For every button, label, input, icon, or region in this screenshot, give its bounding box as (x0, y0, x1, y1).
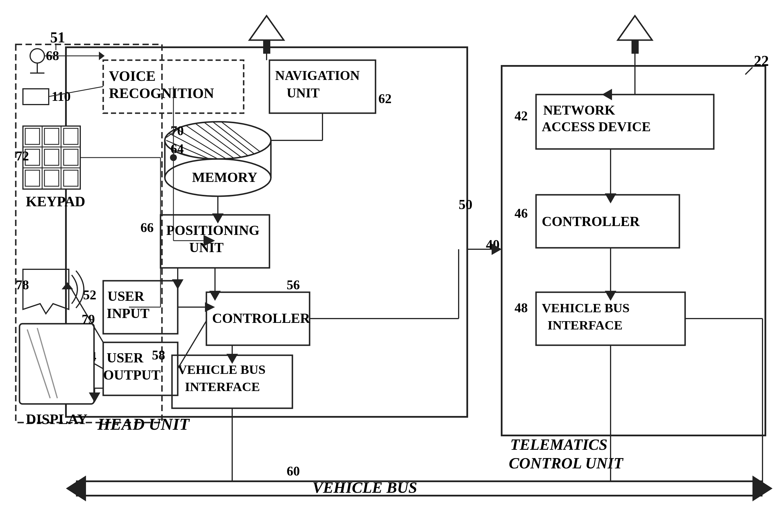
positioning-unit-line1: POSITIONING (166, 223, 259, 238)
navigation-unit-line1: NAVIGATION (275, 68, 360, 83)
vbi-head-line1: VEHICLE BUS (178, 362, 265, 377)
telematics-label-line2: CONTROL UNIT (509, 455, 624, 472)
vbi-head-line2: INTERFACE (185, 380, 260, 394)
voice-recognition-line2: RECOGNITION (109, 85, 214, 101)
ref-48: 48 (514, 300, 528, 315)
svg-rect-5 (263, 40, 270, 53)
telematics-label-line1: TELEMATICS (510, 436, 608, 453)
memory-label: MEMORY (192, 170, 257, 185)
svg-rect-42 (45, 170, 59, 186)
display-label: DISPLAY (26, 411, 87, 427)
keypad-label: KEYPAD (26, 194, 85, 209)
svg-rect-45 (20, 324, 94, 404)
navigation-unit-line2: UNIT (287, 86, 319, 100)
ref-66: 66 (140, 220, 153, 235)
svg-rect-36 (45, 128, 59, 144)
ref-70: 70 (171, 123, 184, 138)
user-input-line2: INPUT (107, 306, 149, 321)
ref-51: 51 (50, 29, 65, 46)
user-output-line2: OUTPUT (103, 367, 161, 382)
ref-62: 62 (379, 91, 392, 106)
vbi-telematics-line2: INTERFACE (548, 318, 623, 332)
ref-52: 52 (83, 288, 96, 302)
ref-110: 110 (52, 89, 71, 104)
ref-50: 50 (459, 197, 472, 212)
nad-line2: ACCESS DEVICE (542, 119, 651, 134)
ref-42: 42 (514, 109, 528, 123)
svg-rect-43 (64, 170, 78, 186)
vbi-telematics-line1: VEHICLE BUS (542, 301, 629, 315)
user-output-line1: USER (107, 350, 144, 365)
svg-rect-39 (45, 149, 59, 165)
nad-line1: NETWORK (543, 102, 615, 117)
user-input-line1: USER (108, 289, 144, 304)
svg-rect-41 (25, 170, 39, 186)
ref-60: 60 (287, 464, 300, 478)
svg-rect-40 (64, 149, 78, 165)
svg-rect-35 (25, 128, 39, 144)
ref-72: 72 (16, 149, 29, 163)
svg-rect-51 (23, 89, 49, 105)
ref-46: 46 (514, 206, 528, 220)
voice-recognition-line1: VOICE (109, 68, 156, 84)
ref-58: 58 (152, 348, 165, 362)
svg-point-112 (170, 154, 177, 161)
ref-64: 64 (171, 142, 184, 156)
ref-56: 56 (287, 277, 300, 292)
vehicle-bus-label: VEHICLE BUS (312, 479, 417, 496)
svg-rect-54 (632, 40, 639, 53)
svg-rect-37 (64, 128, 78, 144)
ref-22: 22 (754, 53, 769, 69)
head-unit-label: HEAD UNIT (97, 415, 190, 434)
diagram-container: 51 HEAD UNIT 50 VOICE RECOGNITION NAVIGA… (0, 0, 784, 532)
controller-telematics-label: CONTROLLER (542, 214, 640, 229)
ref-78: 78 (16, 277, 29, 292)
controller-head-label: CONTROLLER (212, 311, 310, 326)
